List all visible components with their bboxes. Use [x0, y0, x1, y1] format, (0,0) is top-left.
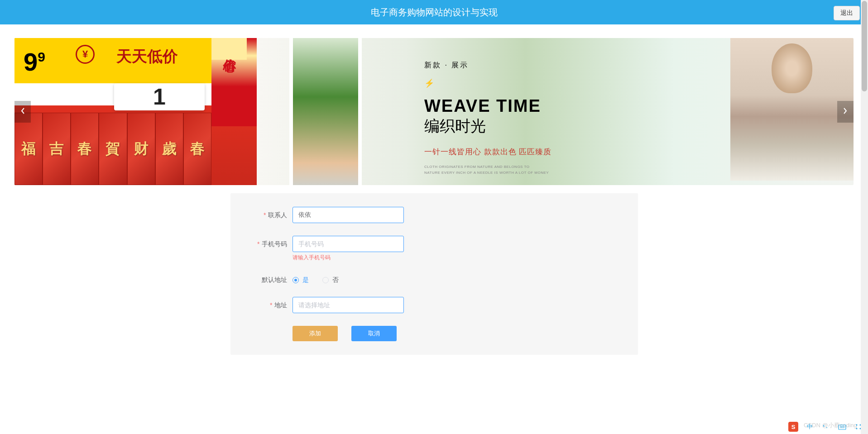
- logout-button[interactable]: 退出: [834, 6, 860, 20]
- phone-label: *手机号码: [244, 236, 287, 248]
- radio-no-label: 否: [332, 276, 339, 284]
- phone-error-message: 请输入手机号码: [293, 254, 404, 262]
- low-price-text: 天天低价: [116, 46, 178, 67]
- fu-block: 春: [71, 113, 99, 185]
- carousel-next-button[interactable]: [837, 101, 854, 123]
- fu-block: 福: [14, 113, 43, 185]
- fu-block: 财: [127, 113, 155, 185]
- svg-point-4: [856, 424, 858, 426]
- svg-point-0: [826, 427, 827, 428]
- fu-block: 賀: [99, 113, 127, 185]
- carousel-slide-2: 新款 · 展示 ⚡ WEAVE TIME 编织时光 一针一线皆用心 款款出色 匹…: [257, 38, 854, 185]
- lightning-icon: ⚡: [424, 78, 551, 88]
- fu-character-row: 福 吉 春 賀 财 歲 春: [14, 113, 211, 185]
- ime-sogou-icon[interactable]: S: [788, 422, 798, 432]
- radio-yes[interactable]: 是: [293, 276, 309, 284]
- default-address-label: 默认地址: [244, 272, 287, 284]
- cancel-button[interactable]: 取消: [351, 326, 397, 341]
- slide2-copy: 新款 · 展示 ⚡ WEAVE TIME 编织时光 一针一线皆用心 款款出色 匹…: [424, 61, 551, 176]
- contact-input[interactable]: [293, 207, 404, 223]
- ime-toolbar: S 中: [784, 420, 868, 434]
- slide2-title-cn: 编织时光: [424, 116, 551, 137]
- default-address-radio-group: 是 否: [293, 272, 339, 284]
- app-header: 电子商务购物网站的设计与实现 退出: [0, 0, 868, 24]
- window-frame-decoration: [289, 38, 362, 185]
- scrollbar-thumb[interactable]: [862, 1, 867, 91]
- address-input[interactable]: [293, 297, 404, 313]
- slide2-subtitle: 新款 · 展示: [424, 61, 551, 70]
- phone-input[interactable]: [293, 236, 404, 252]
- radio-unchecked-icon: [322, 277, 329, 283]
- yen-circle-icon: ¥: [76, 45, 95, 64]
- address-label: *地址: [244, 297, 287, 310]
- vertical-scrollbar[interactable]: ▲: [861, 0, 868, 434]
- fu-block: 吉: [43, 113, 71, 185]
- big-number: 1: [114, 83, 205, 110]
- svg-rect-1: [839, 425, 846, 429]
- slide2-fineprint-2: NATURE EVERY INCH OF A NEEDLE IS WORTH A…: [424, 170, 551, 176]
- banner-price: 99: [24, 47, 45, 76]
- slide2-tagline: 一针一线皆用心 款款出色 匹匹臻质: [424, 147, 551, 157]
- banner-carousel: 99 ¥ 天天低价 1 省心价 福 吉 春 賀 财 歲 春 新款 · 展示 ⚡ …: [14, 38, 854, 185]
- chevron-left-icon: [20, 107, 25, 116]
- address-form-panel: *联系人 *手机号码 请输入手机号码 默认地址 是 否 *地址: [230, 193, 638, 355]
- svg-point-6: [856, 428, 858, 429]
- model-image: [730, 38, 854, 181]
- radio-no[interactable]: 否: [322, 276, 339, 284]
- side-banner: 省心价: [211, 38, 257, 126]
- ime-punctuation-icon[interactable]: [821, 422, 831, 432]
- fu-block: 歲: [155, 113, 183, 185]
- carousel-prev-button[interactable]: [14, 101, 31, 123]
- carousel-slide-1: 99 ¥ 天天低价 1 省心价 福 吉 春 賀 财 歲 春: [14, 38, 257, 185]
- slide2-fineprint-1: CLOTH ORIGINATES FROM NATURE AND BELONGS…: [424, 164, 551, 170]
- contact-label: *联系人: [244, 207, 287, 219]
- fu-block: 春: [183, 113, 211, 185]
- side-banner-text: 省心价: [211, 38, 247, 60]
- ime-keyboard-icon[interactable]: [837, 422, 847, 432]
- add-button[interactable]: 添加: [293, 326, 338, 341]
- radio-checked-icon: [293, 277, 299, 283]
- chevron-right-icon: [843, 107, 848, 116]
- slide2-title-en: WEAVE TIME: [424, 96, 551, 116]
- radio-yes-label: 是: [302, 276, 309, 284]
- ime-cn-icon[interactable]: 中: [805, 422, 815, 432]
- page-title: 电子商务购物网站的设计与实现: [371, 6, 498, 19]
